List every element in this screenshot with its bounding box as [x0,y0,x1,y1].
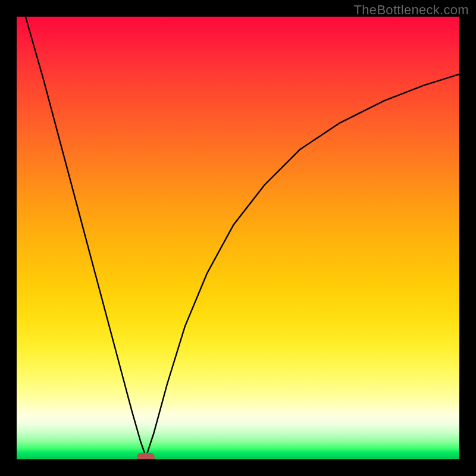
curve-layer [17,17,459,459]
plot-area [17,17,459,459]
watermark-text: TheBottleneck.com [354,2,469,18]
bottleneck-marker [137,453,155,459]
left-curve [26,17,146,457]
right-curve [146,74,459,458]
